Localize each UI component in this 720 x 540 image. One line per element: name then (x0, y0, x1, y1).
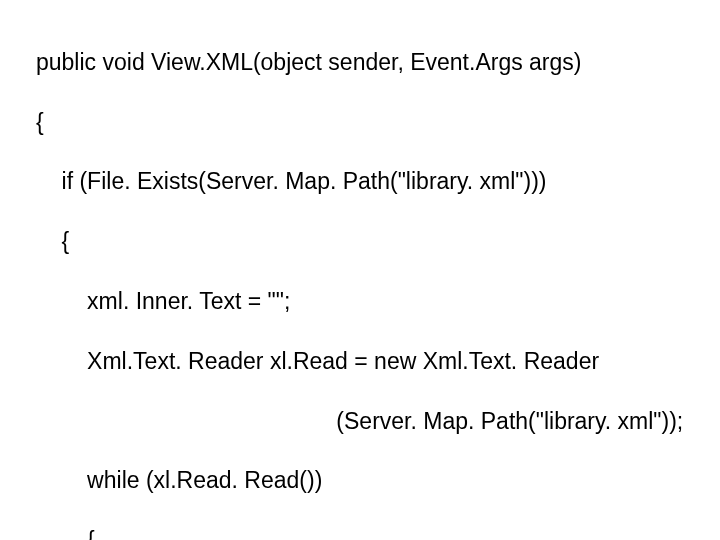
code-line: public void View.XML(object sender, Even… (36, 48, 720, 78)
code-line: Xml.Text. Reader xl.Read = new Xml.Text.… (36, 347, 720, 377)
code-line: { (36, 227, 720, 257)
code-line: { (36, 526, 720, 540)
code-line: if (File. Exists(Server. Map. Path("libr… (36, 167, 720, 197)
code-slide: public void View.XML(object sender, Even… (0, 0, 720, 540)
code-line: { (36, 108, 720, 138)
code-line: while (xl.Read. Read()) (36, 466, 720, 496)
code-line: (Server. Map. Path("library. xml")); (36, 407, 720, 437)
code-line: xml. Inner. Text = ""; (36, 287, 720, 317)
